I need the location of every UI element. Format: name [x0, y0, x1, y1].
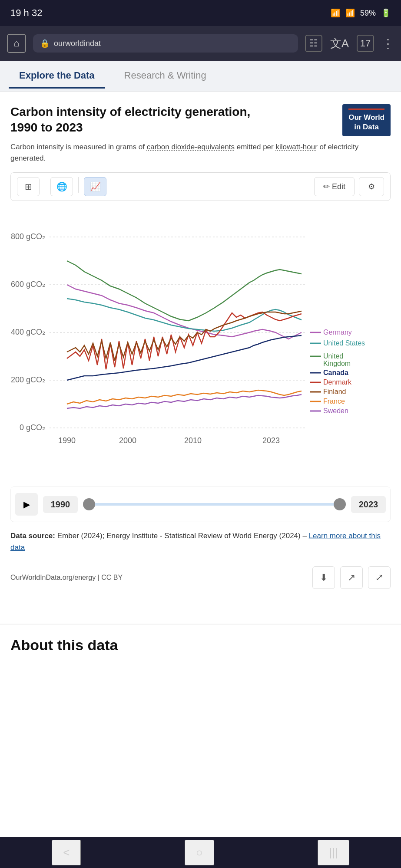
svg-text:2000: 2000: [119, 436, 136, 445]
slider-thumb-right[interactable]: [334, 498, 346, 510]
battery-label: 59%: [360, 9, 376, 18]
main-content: Carbon intensity of electricity generati…: [0, 92, 401, 624]
nav-tabs: Explore the Data Research & Writing: [0, 61, 401, 92]
settings-button[interactable]: ⚙: [359, 177, 384, 196]
svg-text:600 gCO₂: 600 gCO₂: [11, 280, 45, 289]
line-chart-view-button[interactable]: 📈: [84, 177, 106, 196]
slider-thumb-left[interactable]: [83, 498, 95, 510]
chart-svg: 800 gCO₂ 600 gCO₂ 400 gCO₂ 200 gCO₂ 0 gC…: [10, 209, 391, 478]
subtitle-link-co2[interactable]: carbon dioxide-equivalents: [147, 143, 235, 151]
data-source-text: Ember (2024); Energy Institute - Statist…: [57, 532, 307, 540]
chart-toolbar: ⊞ 🌐 📈 ✏ Edit ⚙: [10, 172, 391, 201]
status-bar: 19 h 32 📶 📶 59% 🔋: [0, 0, 401, 26]
svg-text:2010: 2010: [184, 436, 202, 445]
svg-text:United: United: [323, 352, 343, 360]
expand-button[interactable]: ⤢: [368, 566, 391, 589]
chart-subtitle: Carbon intensity is measured in grams of…: [10, 141, 391, 164]
svg-text:200 gCO₂: 200 gCO₂: [11, 375, 45, 384]
edit-button[interactable]: ✏ Edit: [314, 177, 355, 196]
menu-icon[interactable]: ⋮: [382, 36, 394, 51]
svg-text:1990: 1990: [58, 436, 76, 445]
status-icons: 📶 📶 59% 🔋: [331, 8, 391, 18]
owid-line2: in Data: [354, 123, 379, 131]
play-button[interactable]: ▶: [15, 493, 38, 516]
owid-logo: Our World in Data: [342, 104, 391, 136]
owid-line1: Our World: [348, 113, 384, 122]
url-bar[interactable]: 🔒 ourworldindat: [33, 34, 298, 53]
svg-text:400 gCO₂: 400 gCO₂: [11, 328, 45, 336]
subtitle-link-kwh[interactable]: kilowatt-hour: [275, 143, 317, 151]
chart-footer: OurWorldInData.org/energy | CC BY ⬇ ↗ ⤢: [10, 561, 391, 594]
footer-url: OurWorldInData.org/energy | CC BY: [10, 574, 123, 582]
start-year-label: 1990: [43, 496, 78, 513]
table-view-button[interactable]: ⊞: [17, 177, 40, 196]
svg-text:2023: 2023: [262, 436, 280, 445]
svg-text:France: France: [323, 398, 345, 405]
browser-actions: ☷ 文A 17 ⋮: [305, 35, 394, 52]
svg-text:Kingdom: Kingdom: [323, 360, 351, 367]
svg-text:Germany: Germany: [323, 329, 352, 336]
home-icon[interactable]: ⌂: [7, 34, 26, 53]
about-section: About this data: [0, 624, 401, 669]
wifi-icon: 📶: [331, 8, 340, 18]
translate-icon[interactable]: 文A: [330, 36, 349, 51]
share-button[interactable]: ↗: [340, 566, 363, 589]
timeline-bar: ▶ 1990 2023: [10, 487, 391, 522]
download-button[interactable]: ⬇: [312, 566, 335, 589]
globe-view-button[interactable]: 🌐: [50, 177, 73, 196]
svg-text:Sweden: Sweden: [323, 407, 348, 414]
lock-icon: 🔒: [40, 39, 50, 48]
end-year-label: 2023: [351, 496, 386, 513]
battery-icon: 🔋: [381, 8, 391, 18]
svg-text:United States: United States: [323, 339, 365, 347]
svg-text:Finland: Finland: [323, 388, 346, 395]
svg-text:Canada: Canada: [323, 369, 348, 376]
divider: [45, 177, 45, 193]
data-source-label: Data source:: [10, 532, 55, 540]
chart-area: 800 gCO₂ 600 gCO₂ 400 gCO₂ 200 gCO₂ 0 gC…: [10, 209, 391, 480]
url-text: ourworldindat: [54, 39, 291, 48]
data-source: Data source: Ember (2024); Energy Instit…: [10, 530, 391, 553]
chart-title: Carbon intensity of electricity generati…: [10, 104, 271, 136]
divider2: [78, 177, 79, 193]
chart-action-buttons: ✏ Edit ⚙: [314, 177, 384, 196]
chart-view-buttons: ⊞ 🌐 📈: [17, 177, 106, 196]
svg-text:0 gCO₂: 0 gCO₂: [20, 423, 45, 432]
svg-text:800 gCO₂: 800 gCO₂: [11, 232, 45, 241]
reader-mode-button[interactable]: ☷: [305, 35, 322, 52]
chart-header: Carbon intensity of electricity generati…: [10, 104, 391, 136]
about-title: About this data: [10, 637, 391, 654]
signal-icon: 📶: [345, 8, 355, 18]
timeline-slider[interactable]: [83, 503, 346, 506]
browser-bar: ⌂ 🔒 ourworldindat ☷ 文A 17 ⋮: [0, 26, 401, 61]
footer-actions: ⬇ ↗ ⤢: [312, 566, 391, 589]
status-time: 19 h 32: [10, 7, 42, 19]
red-bar: [348, 108, 384, 110]
tab-research[interactable]: Research & Writing: [114, 64, 217, 89]
tab-explore[interactable]: Explore the Data: [9, 64, 105, 89]
svg-text:Denmark: Denmark: [323, 378, 352, 386]
tabs-button[interactable]: 17: [357, 35, 374, 52]
